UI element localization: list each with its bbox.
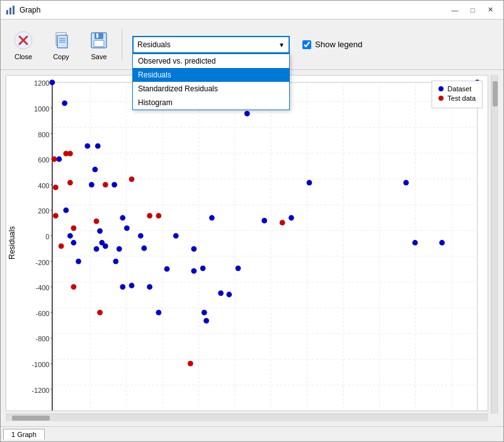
svg-point-101	[289, 215, 294, 221]
scrollbar-v-thumb[interactable]	[493, 81, 498, 106]
svg-point-69	[84, 144, 90, 149]
svg-rect-13	[94, 40, 104, 47]
svg-point-89	[173, 233, 179, 239]
svg-point-91	[191, 268, 197, 274]
svg-point-74	[97, 228, 103, 234]
close-tool-button[interactable]: Close	[6, 23, 41, 66]
svg-point-94	[203, 318, 209, 324]
copy-tool-icon	[50, 29, 72, 52]
svg-point-73	[95, 144, 101, 149]
save-tool-label: Save	[91, 53, 106, 60]
svg-rect-16	[52, 82, 478, 411]
chart-svg: 1200 1000 800 600 400 200	[18, 76, 488, 411]
toolbar: Close Copy	[1, 20, 503, 70]
dropdown-selected-value: Residuals	[137, 40, 171, 49]
show-legend-checkbox[interactable]	[302, 40, 311, 49]
show-legend-container: Show legend	[302, 40, 362, 49]
y-axis-label: Residuals	[6, 76, 18, 411]
copy-tool-button[interactable]: Copy	[43, 23, 79, 66]
svg-point-102	[307, 180, 312, 186]
svg-text:200: 200	[38, 207, 49, 215]
testdata-legend-dot	[438, 96, 444, 101]
dataset-legend-label: Dataset	[447, 85, 471, 93]
dropdown-option-observed[interactable]: Observed vs. predicted	[133, 54, 289, 68]
dropdown-option-standardized[interactable]: Standardized Residuals	[133, 82, 289, 96]
svg-point-87	[156, 310, 161, 315]
svg-rect-0	[6, 10, 8, 14]
svg-point-110	[53, 213, 59, 218]
svg-point-98	[236, 266, 241, 271]
close-tool-label: Close	[14, 53, 32, 60]
svg-text:800: 800	[38, 131, 49, 139]
svg-point-66	[67, 233, 73, 239]
dropdown-option-residuals[interactable]: Residuals	[133, 68, 289, 82]
svg-point-85	[141, 246, 147, 251]
svg-point-88	[164, 266, 170, 272]
svg-point-114	[67, 180, 73, 186]
svg-point-83	[129, 283, 135, 288]
horizontal-scrollbar[interactable]	[6, 414, 488, 421]
chart-type-dropdown[interactable]: Residuals ▼	[132, 36, 290, 54]
svg-point-81	[120, 284, 125, 290]
svg-point-95	[209, 215, 215, 221]
svg-point-115	[71, 225, 76, 231]
svg-point-71	[92, 167, 98, 173]
main-window: Graph — □ ✕ Close	[0, 0, 504, 442]
svg-point-105	[439, 240, 445, 246]
svg-point-99	[244, 111, 250, 116]
save-tool-button[interactable]: Save	[81, 23, 117, 66]
svg-point-124	[280, 220, 285, 225]
svg-rect-14	[96, 33, 98, 38]
vertical-scrollbar[interactable]	[491, 75, 498, 414]
svg-point-109	[53, 184, 59, 190]
svg-point-86	[147, 284, 152, 290]
svg-point-84	[138, 233, 144, 239]
svg-point-117	[94, 218, 100, 224]
chart-area: Residuals Dataset Tes	[1, 70, 503, 426]
svg-text:-600: -600	[36, 310, 50, 317]
svg-point-116	[71, 284, 76, 290]
svg-text:-800: -800	[36, 335, 50, 343]
save-tool-icon	[88, 29, 110, 52]
window-title: Graph	[20, 6, 40, 14]
scrollbar-h-thumb[interactable]	[12, 416, 50, 421]
legend-item-testdata: Test data	[438, 94, 476, 102]
svg-text:-200: -200	[36, 259, 50, 266]
svg-point-103	[403, 180, 409, 186]
svg-point-90	[191, 246, 197, 252]
dataset-legend-dot	[438, 86, 444, 91]
close-button[interactable]: ✕	[482, 4, 498, 16]
svg-point-118	[97, 310, 103, 315]
svg-point-92	[200, 266, 206, 271]
svg-text:-1000: -1000	[32, 361, 49, 368]
svg-rect-2	[13, 6, 14, 14]
tab-1-graph[interactable]: 1 Graph	[3, 429, 45, 439]
svg-point-104	[412, 240, 418, 246]
svg-point-100	[261, 218, 267, 224]
svg-rect-12	[94, 33, 103, 39]
svg-point-121	[147, 213, 152, 218]
svg-point-77	[112, 182, 117, 188]
svg-point-70	[89, 182, 94, 188]
minimize-button[interactable]: —	[447, 4, 463, 16]
svg-text:1200: 1200	[34, 79, 49, 87]
svg-point-82	[124, 225, 130, 231]
svg-point-108	[52, 156, 57, 162]
svg-text:0: 0	[45, 233, 49, 241]
svg-text:600: 600	[38, 156, 49, 164]
svg-point-80	[120, 215, 125, 221]
svg-point-111	[59, 244, 64, 249]
maximize-button[interactable]: □	[464, 4, 481, 16]
dropdown-arrow-icon: ▼	[278, 41, 285, 48]
dropdown-option-histogram[interactable]: Histogram	[133, 96, 289, 110]
svg-point-123	[188, 361, 193, 366]
svg-point-65	[63, 208, 69, 213]
svg-point-113	[67, 151, 73, 157]
tab-bar: 1 Graph	[1, 426, 503, 441]
svg-point-67	[71, 240, 76, 246]
svg-point-97	[226, 292, 232, 297]
legend-box: Dataset Test data	[432, 81, 483, 108]
svg-point-62	[49, 80, 55, 86]
toolbar-separator	[122, 29, 122, 60]
svg-point-78	[113, 259, 118, 264]
